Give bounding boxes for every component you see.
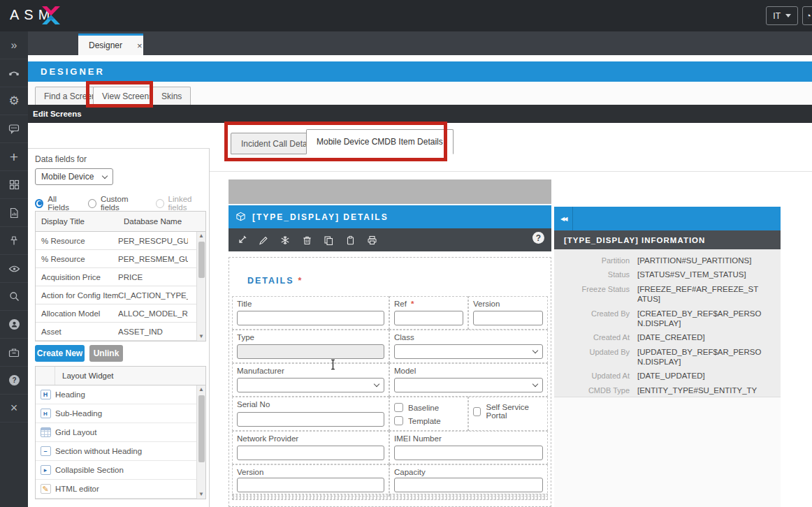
field-cell[interactable]: Type (232, 330, 389, 363)
field-cell[interactable]: Class (389, 330, 548, 363)
scroll-down-icon[interactable]: ▼ (197, 332, 205, 341)
designer-title: DESIGNER (41, 66, 105, 77)
list-item[interactable]: H Sub-Heading (36, 404, 205, 423)
collapse-panel-icon[interactable]: ◀◀ (554, 216, 572, 222)
pin-icon[interactable] (0, 227, 28, 255)
edit-screens-label: Edit Screens (33, 110, 82, 118)
network-provider-input[interactable] (237, 446, 384, 460)
radio-all-fields[interactable] (35, 199, 43, 208)
table-row[interactable]: Acquisition PricePRICE (36, 268, 205, 286)
scroll-up-icon[interactable]: ▲ (197, 232, 205, 240)
serial-no-input[interactable] (237, 412, 384, 427)
scroll-down-icon[interactable]: ▼ (197, 490, 205, 499)
tab-divider (210, 171, 812, 172)
entity-select[interactable]: Mobile Device (35, 168, 113, 185)
eye-icon[interactable] (0, 255, 28, 283)
baseline-label: Baseline (408, 404, 439, 412)
ref-input[interactable] (394, 311, 463, 325)
fields-table-header: Display Title Database Name (36, 212, 205, 232)
field-cell[interactable]: Baseline Template (389, 397, 468, 431)
unlink-button[interactable]: Unlink (89, 345, 123, 362)
field-cell[interactable]: Version (232, 464, 389, 497)
field-cell[interactable]: Serial No (232, 397, 389, 431)
tab-designer[interactable]: Designer × (78, 34, 143, 55)
table-row[interactable]: % ResourcePER_RESMEM_GUARA (36, 250, 205, 268)
table-row[interactable]: Allocation ModelALLOC_MODEL_REF (36, 304, 205, 323)
version-input[interactable] (237, 478, 384, 492)
list-item[interactable]: H Heading (36, 385, 205, 404)
table-row[interactable]: Action for Config ItemCI_ACTION_TYPE_REF (36, 286, 205, 304)
type-display-information-title: [TYPE_DISPLAY] INFORMATION (564, 236, 705, 244)
radio-all-fields-label: All Fields (48, 195, 78, 212)
pointer-tool-icon[interactable] (234, 233, 249, 248)
text-cursor (329, 359, 337, 370)
title-input[interactable] (237, 311, 384, 325)
table-row[interactable]: % ResourcePER_RESCPU_GUARAN (36, 232, 205, 250)
snowflake-icon[interactable] (277, 233, 293, 248)
language-dropdown[interactable]: IT (766, 6, 798, 25)
fields-table-scrollbar[interactable]: ▲ ▼ (196, 232, 205, 341)
person-icon[interactable] (0, 311, 28, 339)
scroll-thumb[interactable] (198, 242, 205, 278)
help-icon[interactable]: ? (532, 232, 544, 244)
table-row[interactable]: AssetASSET_IND (36, 323, 205, 341)
list-item[interactable]: Grid Layout (36, 423, 205, 442)
layout-widget-header-label: Layout Widget (55, 367, 205, 385)
asm-designer-window: ASM IT ◔ Designer × » ⚙ (0, 0, 812, 507)
briefcase-icon[interactable] (0, 339, 28, 367)
screen-drag-placeholder[interactable] (229, 179, 551, 204)
col-database-name: Database Name (118, 212, 187, 231)
field-cell[interactable]: Title (232, 296, 389, 330)
class-select[interactable] (394, 344, 543, 359)
dashboard-icon[interactable] (0, 171, 28, 199)
list-item[interactable]: – Section without Heading (36, 442, 205, 461)
field-cell[interactable]: IMEI Number (389, 431, 548, 464)
list-item[interactable]: ✎ HTML editor (36, 480, 205, 499)
edit-pencil-icon[interactable] (256, 233, 271, 248)
version-input[interactable] (473, 311, 543, 325)
radio-custom-fields[interactable] (88, 199, 96, 208)
manufacturer-select[interactable] (237, 378, 384, 392)
field-cell[interactable]: Model (389, 363, 548, 397)
create-new-button[interactable]: Create New (35, 345, 85, 362)
widget-drop-zone[interactable] (232, 494, 548, 500)
model-label: Model (394, 367, 543, 375)
field-cell[interactable]: Manufacturer (232, 363, 389, 397)
info-panel-footer (554, 397, 781, 507)
field-cell[interactable]: Network Provider (232, 431, 389, 464)
phone-icon[interactable] (0, 59, 28, 87)
print-icon[interactable] (364, 233, 379, 248)
field-cell[interactable]: Ref* (389, 296, 468, 330)
info-panel-body: Partition[PARTITION#SU_PARTITIONS] Statu… (554, 249, 781, 397)
field-cell[interactable]: Version (468, 296, 548, 330)
imei-number-input[interactable] (394, 446, 543, 460)
paste-clipboard-icon[interactable] (342, 233, 358, 248)
model-select[interactable] (394, 378, 543, 392)
session-button[interactable]: ◔ (802, 6, 812, 25)
tab-skins[interactable]: Skins (152, 87, 191, 105)
edit-screens-bar: Edit Screens (28, 105, 812, 123)
template-checkbox[interactable] (394, 416, 403, 425)
expand-icon[interactable]: » (0, 31, 28, 59)
close-tab-icon[interactable]: × (137, 41, 143, 51)
report-icon[interactable] (0, 199, 28, 227)
field-cell[interactable]: Self Service Portal (468, 397, 548, 431)
self-service-portal-checkbox[interactable] (473, 407, 481, 416)
scroll-up-icon[interactable]: ▲ (197, 385, 205, 394)
help-icon[interactable]: ? (0, 367, 28, 395)
plus-icon[interactable]: + (0, 143, 28, 171)
capacity-input[interactable] (394, 478, 543, 492)
widget-table-scrollbar[interactable]: ▲ ▼ (196, 385, 205, 499)
delete-trash-icon[interactable] (299, 233, 314, 248)
field-cell[interactable]: Capacity (389, 464, 548, 497)
copy-icon[interactable] (321, 233, 336, 248)
chat-icon[interactable] (0, 115, 28, 143)
gear-icon[interactable]: ⚙ (0, 87, 28, 115)
list-item[interactable]: ▸ Collapsible Section (36, 461, 205, 480)
scroll-thumb[interactable] (198, 395, 205, 462)
tab-mobile-device-cmdb-item-details[interactable]: Mobile Device CMDB Item Details (306, 129, 454, 154)
baseline-checkbox[interactable] (394, 403, 403, 412)
version-label: Version (237, 468, 384, 476)
search-icon[interactable] (0, 283, 28, 311)
close-icon[interactable]: × (0, 395, 28, 422)
